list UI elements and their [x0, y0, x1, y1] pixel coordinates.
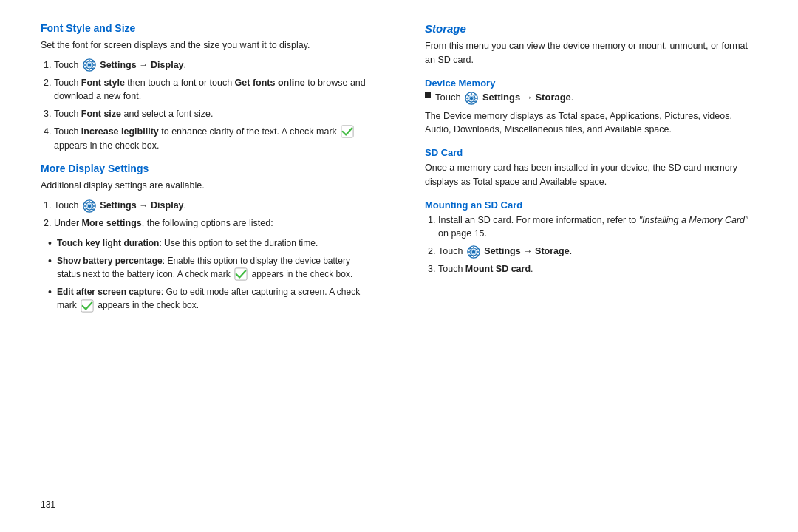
settings-icon-1	[83, 58, 96, 72]
font-step-4: Touch Increase legibility to enhance cla…	[54, 125, 373, 153]
svg-rect-4	[89, 69, 89, 70]
right-column: Storage From this menu you can view the …	[417, 22, 757, 485]
svg-rect-32	[466, 98, 468, 98]
more-display-intro: Additional display settings are availabl…	[41, 179, 373, 193]
mounting-step-1: Install an SD card. For more information…	[438, 214, 757, 242]
font-style-intro: Set the font for screen displays and the…	[41, 38, 373, 52]
svg-rect-30	[471, 92, 472, 94]
svg-rect-18	[84, 205, 86, 206]
content-columns: Font Style and Size Set the font for scr…	[41, 22, 757, 485]
more-display-steps: Touch Settings → Display. Under More set…	[54, 199, 373, 231]
svg-point-15	[88, 204, 92, 208]
device-memory-section: Device Memory Touch Settings → Storage. …	[425, 78, 757, 137]
svg-rect-16	[89, 201, 89, 202]
settings-icon-2	[83, 200, 96, 213]
storage-section: Storage From this menu you can view the …	[425, 22, 757, 67]
storage-intro: From this menu you can view the device m…	[425, 39, 757, 67]
device-memory-desc: The Device memory displays as Total spac…	[425, 109, 757, 137]
more-display-section: More Display Settings Additional display…	[41, 163, 373, 313]
mounting-step-2: Touch Settings → Storage.	[438, 245, 757, 259]
svg-point-41	[472, 250, 476, 253]
font-style-title: Font Style and Size	[41, 22, 373, 34]
more-display-step-2: Under More settings, the following optio…	[54, 216, 373, 231]
svg-rect-17	[89, 210, 89, 211]
device-memory-bullet-item: Touch Settings → Storage.	[425, 92, 757, 105]
storage-title: Storage	[425, 22, 757, 35]
svg-rect-42	[473, 247, 474, 248]
page-number: 131	[41, 499, 757, 510]
checkmark-icon-2	[234, 267, 248, 281]
more-display-bullets: Touch key light duration: Use this optio…	[48, 236, 373, 313]
font-step-3: Touch Font size and select a font size.	[54, 107, 373, 121]
svg-rect-45	[477, 251, 479, 252]
sd-card-title: SD Card	[425, 147, 757, 158]
bullet-touch-key: Touch key light duration: Use this optio…	[48, 236, 373, 250]
device-memory-touch-text: Touch Settings → Storage.	[435, 92, 573, 105]
font-step-2: Touch Font style then touch a font or to…	[54, 76, 373, 104]
svg-rect-5	[84, 65, 86, 66]
bullet-battery: Show battery percentage: Enable this opt…	[48, 254, 373, 282]
checkmark-icon-3	[81, 299, 94, 313]
mounting-step-3: Touch Mount SD card.	[438, 262, 757, 276]
sd-card-section: SD Card Once a memory card has been inst…	[425, 147, 757, 189]
svg-rect-19	[93, 205, 95, 206]
settings-icon-4	[467, 245, 480, 259]
font-style-section: Font Style and Size Set the font for scr…	[41, 22, 373, 152]
mounting-section: Mounting an SD Card Install an SD card. …	[425, 200, 757, 276]
svg-rect-31	[471, 101, 472, 103]
left-column: Font Style and Size Set the font for scr…	[41, 22, 388, 485]
page: Font Style and Size Set the font for scr…	[0, 0, 798, 532]
svg-rect-33	[475, 98, 477, 98]
mounting-steps: Install an SD card. For more information…	[438, 214, 757, 276]
font-style-steps: Touch Settings → Display. Touch Font sty…	[54, 58, 373, 153]
checkmark-icon-1	[341, 125, 354, 138]
more-display-title: More Display Settings	[41, 163, 373, 174]
svg-rect-44	[468, 251, 470, 252]
svg-rect-3	[89, 60, 89, 61]
svg-point-29	[470, 96, 474, 100]
svg-rect-43	[473, 256, 474, 257]
square-bullet-icon	[425, 92, 431, 98]
svg-point-2	[88, 64, 92, 67]
more-display-step-1: Touch Settings → Display.	[54, 199, 373, 213]
bullet-edit: Edit after screen capture: Go to edit mo…	[48, 285, 373, 313]
font-step-1: Touch Settings → Display.	[54, 58, 373, 72]
svg-rect-6	[93, 65, 95, 66]
device-memory-title: Device Memory	[425, 78, 757, 89]
sd-card-desc: Once a memory card has been installed in…	[425, 161, 757, 189]
mounting-title: Mounting an SD Card	[425, 200, 757, 211]
settings-icon-3	[465, 92, 478, 105]
